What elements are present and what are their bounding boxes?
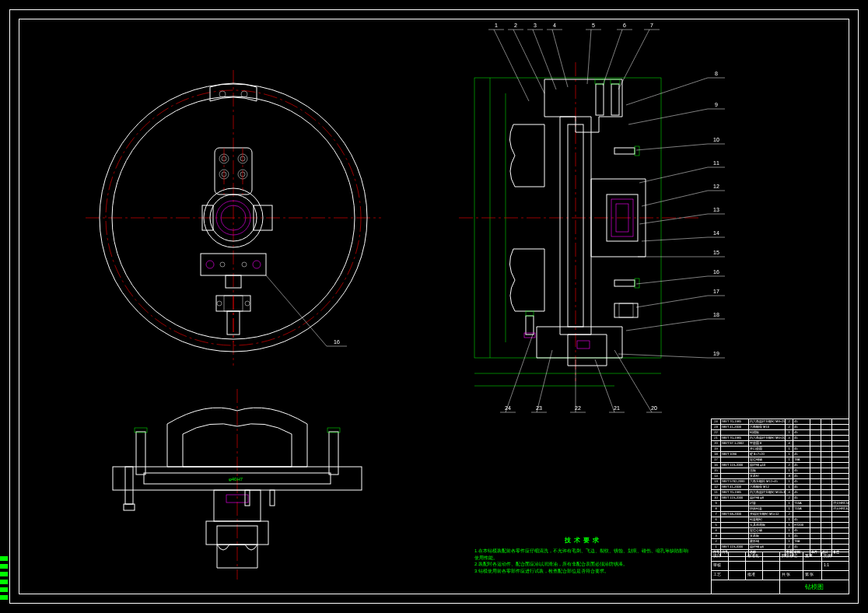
svg-text:16: 16 bbox=[713, 269, 719, 275]
bom-row: 17定位销轴1T8A bbox=[712, 457, 849, 463]
svg-text:24: 24 bbox=[505, 405, 511, 411]
svg-text:14: 14 bbox=[713, 230, 719, 236]
svg-line-134 bbox=[614, 350, 652, 412]
svg-text:6: 6 bbox=[623, 23, 626, 28]
bom-row: 23GB/T 41-2000六角螺母 M10245 bbox=[712, 425, 849, 430]
svg-line-83 bbox=[618, 30, 649, 89]
svg-text:4: 4 bbox=[553, 23, 556, 28]
svg-rect-51 bbox=[596, 84, 604, 115]
svg-rect-64 bbox=[526, 311, 534, 316]
balloons-top: 1 2 3 4 5 6 7 bbox=[488, 23, 660, 101]
svg-line-125 bbox=[537, 350, 552, 412]
tech-heading: 技术要求 bbox=[474, 536, 692, 545]
svg-rect-60 bbox=[614, 303, 638, 317]
svg-line-119 bbox=[618, 354, 708, 358]
svg-line-80 bbox=[603, 30, 622, 86]
svg-point-6 bbox=[241, 91, 247, 97]
bom-row: 21GB/T 70-1985内六角圆柱头螺钉 M6×20445 bbox=[712, 436, 849, 441]
balloon-16-label: 16 bbox=[334, 339, 340, 345]
svg-line-89 bbox=[628, 109, 708, 124]
section-view: 1 2 3 4 5 6 7 8 9 10 11 12 13 14 15 16 1… bbox=[459, 23, 747, 420]
svg-line-110 bbox=[636, 276, 708, 284]
bom-row: 19开口垫圈145 bbox=[712, 447, 849, 452]
technical-requirements: 技术要求 1.在本钻模装配前各零件应仔细清洗，不允许有毛刺、飞边、裂纹、锈蚀、划… bbox=[474, 536, 692, 574]
svg-line-113 bbox=[636, 296, 708, 307]
bom-row: 10GB/T 119-2000圆柱销 φ8245 bbox=[712, 496, 849, 501]
svg-line-77 bbox=[587, 30, 591, 84]
svg-line-86 bbox=[626, 78, 708, 105]
svg-text:5: 5 bbox=[592, 23, 595, 28]
svg-text:2: 2 bbox=[514, 23, 517, 28]
bom-row: 15压板145 bbox=[712, 468, 849, 474]
bom-row: 1GB/T 119-2000圆柱销 φ6245 bbox=[712, 545, 849, 550]
svg-line-65 bbox=[494, 30, 529, 101]
svg-point-5 bbox=[219, 91, 226, 97]
svg-rect-53 bbox=[611, 84, 619, 115]
svg-line-101 bbox=[639, 214, 708, 224]
svg-text:3: 3 bbox=[534, 23, 537, 28]
svg-text:18: 18 bbox=[713, 312, 719, 317]
svg-text:19: 19 bbox=[713, 351, 719, 356]
svg-text:23: 23 bbox=[536, 405, 542, 411]
svg-rect-57 bbox=[614, 280, 635, 286]
svg-rect-55 bbox=[614, 148, 635, 154]
svg-line-116 bbox=[626, 319, 708, 331]
bom-row: 3支承板145 bbox=[712, 534, 849, 539]
svg-point-25 bbox=[206, 261, 214, 268]
svg-point-35 bbox=[245, 301, 250, 306]
bom-row: 9衬套1T10A淬火HRC58 bbox=[712, 501, 849, 506]
drawing-title: 钻模图 bbox=[780, 580, 849, 594]
bom-row: 20GB/T 97.1-2002平垫圈 84 bbox=[712, 441, 849, 447]
svg-rect-59 bbox=[577, 341, 590, 349]
bom-row: 12GB/T 41-2000六角螺母 M12145 bbox=[712, 485, 849, 490]
bom-row: 16GB/T 119-2000圆柱销 φ10245 bbox=[712, 463, 849, 468]
tech-line: 1.在本钻模装配前各零件应仔细清洗，不允许有毛刺、飞边、裂纹、锈蚀、划痕、碰伤、… bbox=[474, 548, 692, 561]
svg-text:12: 12 bbox=[713, 184, 719, 189]
tech-line: 3.钻模使用前各零部件应进行试装，检查配合部位是否符合要求。 bbox=[474, 568, 692, 574]
svg-text:22: 22 bbox=[575, 405, 581, 411]
svg-rect-54 bbox=[611, 79, 620, 84]
svg-line-98 bbox=[642, 191, 708, 206]
svg-text:9: 9 bbox=[715, 102, 718, 107]
svg-rect-56 bbox=[635, 146, 639, 156]
svg-text:11: 11 bbox=[713, 160, 719, 166]
bom-row: 22钻模板145 bbox=[712, 430, 849, 436]
svg-rect-144 bbox=[329, 432, 338, 475]
svg-text:21: 21 bbox=[614, 405, 620, 411]
svg-text:10: 10 bbox=[713, 137, 719, 142]
svg-rect-58 bbox=[635, 278, 639, 288]
svg-line-104 bbox=[642, 237, 708, 241]
svg-rect-142 bbox=[136, 432, 145, 475]
bom-row: 24GB/T 70-1985内六角圆柱头螺钉 M8×25245 bbox=[712, 419, 849, 425]
svg-text:8: 8 bbox=[715, 71, 718, 76]
bom-row: 7GB/T 68-2000开槽沉头螺钉 M5×122 bbox=[712, 512, 849, 517]
svg-rect-147 bbox=[124, 504, 135, 510]
svg-text:20: 20 bbox=[651, 405, 657, 411]
svg-rect-153 bbox=[270, 490, 275, 506]
balloons-right: 8 9 10 11 12 13 14 15 16 17 18 19 bbox=[618, 71, 725, 358]
bom-row: 14支承钉345 bbox=[712, 474, 849, 479]
bom-row: 4定位心轴145 bbox=[712, 528, 849, 534]
bom-row: 8快换钻套1T10A淬火HRC62 bbox=[712, 506, 849, 512]
title-block: 设计 标准化 阶段标记 重量 比例 审核 1:1 工艺 批准 共 张 第 张 钻… bbox=[711, 552, 849, 594]
bom-row: 5夹具体底板1HT200 bbox=[712, 523, 849, 528]
svg-rect-62 bbox=[526, 316, 534, 335]
bom-row: 2菱形销1T8A bbox=[712, 539, 849, 545]
front-view: 16 bbox=[86, 70, 381, 366]
svg-line-68 bbox=[513, 30, 544, 93]
svg-point-28 bbox=[242, 262, 247, 267]
svg-text:13: 13 bbox=[713, 207, 719, 212]
bom-row: 18GB/T 1096键 8×7×20145 bbox=[712, 452, 849, 457]
svg-line-92 bbox=[636, 144, 708, 150]
svg-text:1: 1 bbox=[495, 23, 498, 28]
svg-point-26 bbox=[253, 261, 261, 268]
svg-point-27 bbox=[220, 262, 225, 267]
side-view: φ40H7 bbox=[89, 389, 385, 580]
bom-row: 13GB/T 5782-2000六角头螺栓 M12×45145 bbox=[712, 479, 849, 485]
svg-rect-146 bbox=[125, 467, 133, 504]
svg-text:7: 7 bbox=[650, 23, 653, 28]
svg-text:φ40H7: φ40H7 bbox=[229, 477, 243, 482]
bom-row: 6钻套螺钉145 bbox=[712, 517, 849, 523]
svg-rect-152 bbox=[245, 490, 250, 506]
svg-rect-52 bbox=[595, 79, 604, 84]
